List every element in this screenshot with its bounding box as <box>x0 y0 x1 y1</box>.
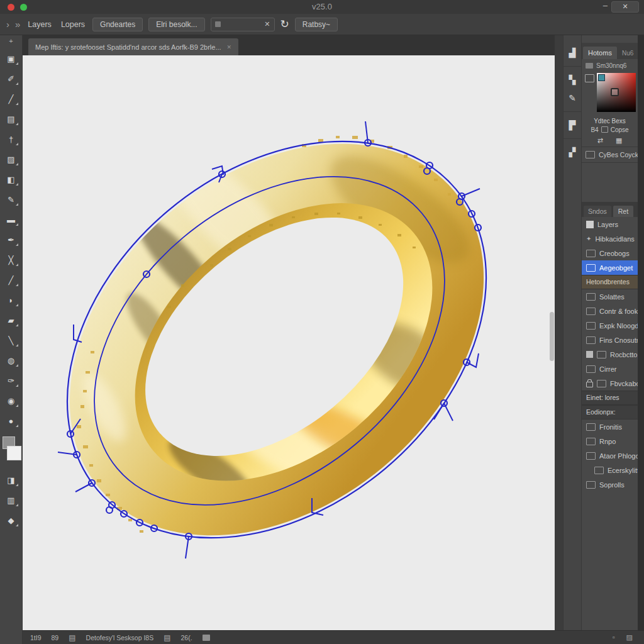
folder-tool[interactable]: ▰ <box>5 314 18 327</box>
search-box: ✕ <box>211 18 275 31</box>
line-tool[interactable]: ╱ <box>5 274 18 287</box>
duplicate-tool[interactable]: ▥ <box>5 494 18 507</box>
panel-spacer <box>582 163 638 202</box>
menu-layers[interactable]: Layers <box>26 20 53 29</box>
section-header[interactable]: Hetondbrentes <box>582 275 638 289</box>
panel-scrollbar[interactable] <box>638 35 644 644</box>
back-icon[interactable]: › <box>6 18 9 31</box>
list-item[interactable]: Cirrer <box>582 362 638 376</box>
patch-tool[interactable]: ◧ <box>5 174 18 186</box>
list-item[interactable]: Fronitis <box>582 419 638 434</box>
history-brush-tool[interactable]: ✑ <box>5 375 18 387</box>
document-size-icon[interactable]: ▤ <box>164 633 170 642</box>
panel-item-icon <box>586 365 596 373</box>
trash-icon[interactable]: ▨ <box>626 633 633 641</box>
resolve-button[interactable]: Elri besolk... <box>148 18 204 31</box>
list-item[interactable]: Expk Nloogd <box>582 318 638 333</box>
tab-hotoms[interactable]: Hotoms <box>583 47 617 59</box>
pencil-tool[interactable]: ✎ <box>5 194 18 206</box>
list-item[interactable]: Ataor Phlogos <box>582 448 638 463</box>
swatch-label-row[interactable]: Sm30nnq6 <box>582 59 638 72</box>
save-status-icon[interactable]: ▤ <box>69 633 75 642</box>
new-tab-icon[interactable]: + <box>0 35 22 47</box>
histogram-panel-icon[interactable]: ▟ <box>569 48 576 58</box>
search-clear-icon[interactable]: ✕ <box>264 20 270 28</box>
tab-sndos[interactable]: Sndos <box>584 206 611 217</box>
tab-close-icon[interactable]: ✕ <box>227 44 232 50</box>
dot-tool[interactable]: ● <box>5 415 18 428</box>
list-item[interactable]: Fins Cnosutrilg <box>582 333 638 347</box>
tab-nub[interactable]: Nu6 <box>618 47 637 59</box>
list-item[interactable]: Fbvckabon <box>582 376 638 391</box>
crop-tool[interactable]: ▨ <box>5 153 18 166</box>
panel-item-icon <box>586 322 596 330</box>
list-item[interactable]: Rocbcttop <box>582 347 638 362</box>
section-header[interactable]: Einet: lores <box>582 391 638 405</box>
page-icon[interactable] <box>585 74 594 82</box>
list-item[interactable]: Creobogs <box>582 246 638 260</box>
list-item-label: Fbvckabon <box>610 380 638 387</box>
ordinates-button[interactable]: Gndeartes <box>92 18 143 31</box>
frame-tool[interactable]: ◉ <box>5 395 18 408</box>
blob-tool[interactable]: ◗ <box>5 294 18 307</box>
forward-icon[interactable]: » <box>15 18 20 31</box>
gradients-row[interactable]: CyBes Coyck <box>582 147 638 163</box>
list-item-label: Ataor Phlogos <box>599 452 638 460</box>
rail-divider <box>564 111 581 112</box>
stamp-tool[interactable]: ◍ <box>5 355 18 367</box>
sync-icon[interactable]: ↻ <box>280 19 289 30</box>
canvas[interactable] <box>23 55 555 630</box>
list-item[interactable]: Solattes <box>582 289 638 304</box>
layers-item[interactable]: Layers <box>582 217 638 231</box>
eraser-tool[interactable]: ╳ <box>5 254 18 267</box>
marquee-tool[interactable]: ▤ <box>5 113 18 126</box>
color-field[interactable] <box>597 73 636 112</box>
selected-list-item[interactable]: Aegeobget <box>582 260 638 275</box>
shape-tool[interactable]: ▬ <box>5 214 18 226</box>
pen-tool[interactable]: ✒ <box>5 234 18 247</box>
move-tool[interactable]: ▣ <box>5 53 18 65</box>
menu-lopers[interactable]: Lopers <box>59 20 87 29</box>
brush-tool[interactable]: ╱ <box>5 93 18 106</box>
search-input[interactable] <box>224 20 262 29</box>
foreground-color-swatch[interactable] <box>7 446 21 460</box>
document-tab[interactable]: Mep Iftis: y srotefooset Spatidd'nd arco… <box>28 38 238 55</box>
color-swatches[interactable] <box>1 436 21 465</box>
rail-divider <box>564 66 581 67</box>
info-panel-icon[interactable]: ▞ <box>569 147 576 157</box>
color-panel-tabs: Hotoms Nu6 <box>582 43 638 59</box>
type-tool[interactable]: † <box>5 133 18 146</box>
color-field-selector[interactable] <box>611 88 619 96</box>
section-header[interactable]: Eodionpx: <box>582 405 638 419</box>
status-swatch[interactable] <box>203 635 210 641</box>
list-item-label: Ecerskylitt <box>608 467 638 474</box>
right-panel: Hotoms Nu6 Sm30nnq6 Ydtec Bexs B4 Copse … <box>582 35 638 644</box>
list-item[interactable]: ✦ Hibkacidlans <box>582 231 638 246</box>
mask-tool[interactable]: ◨ <box>5 474 18 487</box>
document-tab-title: Mep Iftis: y srotefooset Spatidd'nd arco… <box>35 43 221 51</box>
tool-rail: + ▣ ✐ ╱ ▤ † ▨ ◧ ✎ ▬ ✒ ╳ ╱ ◗ ▰ ╲ ◍ ✑ ◉ ● … <box>0 35 23 644</box>
list-item[interactable]: Ecerskylitt <box>582 463 638 477</box>
adjustments-panel-icon[interactable]: ▚ <box>569 75 576 85</box>
list-item[interactable]: Contr & fookas <box>582 304 638 318</box>
list-item[interactable]: Rnpo <box>582 434 638 448</box>
swatch-icon <box>586 63 593 69</box>
panel-item-icon <box>597 380 606 387</box>
swap-colors-icon[interactable]: ⇄ <box>597 136 603 145</box>
slice-tool[interactable]: ╲ <box>5 335 18 347</box>
bucket-tool[interactable]: ◆ <box>5 514 18 527</box>
panel-item-icon <box>586 452 596 460</box>
notes-icon[interactable]: ▫ <box>613 633 615 641</box>
minimize-button[interactable]: – <box>603 1 608 10</box>
lasso-tool[interactable]: ✐ <box>5 73 18 86</box>
tab-ret[interactable]: Ret <box>613 206 633 217</box>
annotate-panel-icon[interactable]: ✎ <box>569 93 576 103</box>
list-item[interactable]: Soprolls <box>582 477 638 492</box>
history-button[interactable]: Ratbsy~ <box>295 18 338 31</box>
color-picker <box>582 72 638 117</box>
grid-icon[interactable]: ▦ <box>616 136 622 145</box>
libraries-panel-icon[interactable]: ▛ <box>569 120 576 130</box>
status-document-info: Detofesy'l Sesksop I8S <box>86 634 154 641</box>
close-button[interactable]: ✕ <box>611 1 639 13</box>
canvas-scrollbar[interactable] <box>550 312 554 361</box>
